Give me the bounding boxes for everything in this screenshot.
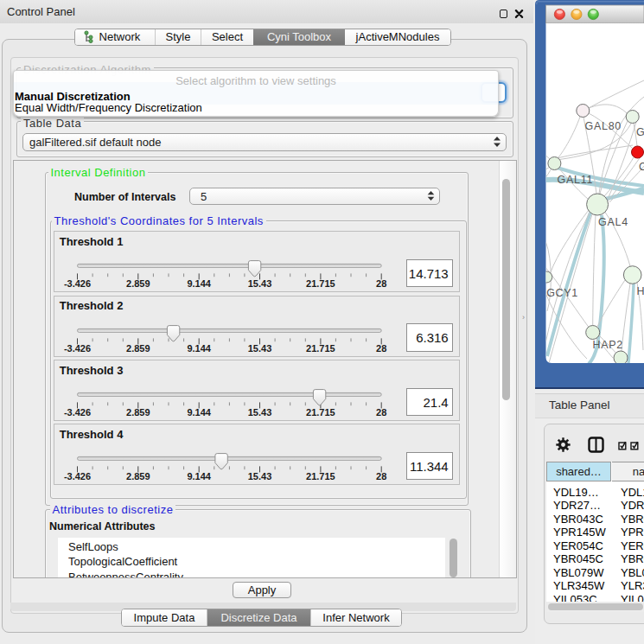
svg-text:28: 28: [376, 279, 386, 290]
svg-text:-3.426: -3.426: [64, 343, 91, 354]
svg-text:GCY1: GCY1: [546, 287, 578, 299]
svg-text:28: 28: [376, 472, 386, 482]
svg-text:2.859: 2.859: [126, 279, 150, 290]
svg-text:2.859: 2.859: [126, 472, 150, 482]
svg-text:28: 28: [376, 407, 386, 418]
svg-text:GAL11: GAL11: [558, 174, 594, 186]
svg-text:15.43: 15.43: [248, 472, 272, 482]
svg-text:15.43: 15.43: [248, 343, 272, 354]
svg-text:9.144: 9.144: [188, 472, 212, 482]
svg-text:GA: GA: [636, 126, 644, 138]
svg-text:21.715: 21.715: [306, 407, 335, 418]
svg-text:9.144: 9.144: [188, 407, 212, 418]
svg-text:21.715: 21.715: [306, 343, 335, 354]
svg-text:21.715: 21.715: [306, 279, 335, 290]
svg-text:-3.426: -3.426: [64, 472, 91, 482]
svg-text:C: C: [639, 161, 644, 173]
svg-text:21.715: 21.715: [306, 472, 335, 482]
svg-text:9.144: 9.144: [188, 279, 212, 290]
svg-text:15.43: 15.43: [248, 407, 272, 418]
svg-text:28: 28: [376, 343, 386, 354]
svg-text:HAP2: HAP2: [593, 339, 623, 351]
svg-text:9.144: 9.144: [188, 343, 212, 354]
svg-text:H: H: [637, 285, 644, 297]
svg-text:GAL4: GAL4: [598, 216, 628, 228]
svg-text:-3.426: -3.426: [64, 279, 91, 290]
svg-text:-3.426: -3.426: [64, 407, 91, 418]
svg-text:15.43: 15.43: [248, 279, 272, 290]
svg-text:GAL80: GAL80: [585, 120, 622, 132]
svg-text:2.859: 2.859: [126, 343, 150, 354]
svg-text:2.859: 2.859: [126, 407, 150, 418]
